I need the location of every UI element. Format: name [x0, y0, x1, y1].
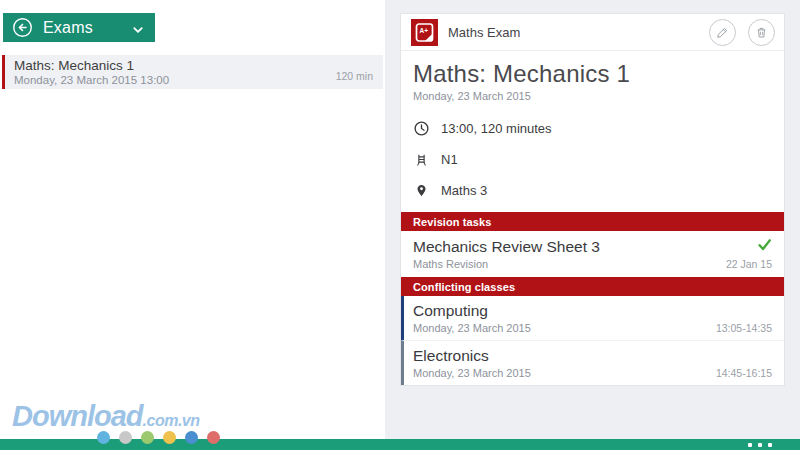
ellipsis-more-icon	[768, 443, 772, 447]
watermark-dot-green	[141, 431, 154, 444]
revision-tasks-banner: Revision tasks	[401, 212, 784, 231]
seat-icon	[413, 151, 430, 168]
conflict-date: Monday, 23 March 2015	[413, 367, 716, 379]
exam-type-icon: A+	[411, 19, 438, 46]
detail-date: Monday, 23 March 2015	[413, 90, 772, 102]
revision-task-row[interactable]: Mechanics Review Sheet 3 Maths Revision …	[401, 231, 784, 277]
watermark-dot-darkblue	[185, 431, 198, 444]
ellipsis-more-icon	[758, 443, 762, 447]
detail-title: Maths: Mechanics 1	[413, 60, 772, 88]
room-info-row: Maths 3	[401, 175, 784, 206]
conflict-text: Electronics Monday, 23 March 2015	[413, 346, 716, 379]
back-button[interactable]	[12, 17, 33, 38]
time-info-row: 13:00, 120 minutes	[401, 113, 784, 144]
exam-item-datetime: Monday, 23 March 2015 13:00	[14, 74, 336, 87]
watermark-dot-yellow	[163, 431, 176, 444]
svg-text:A+: A+	[420, 27, 429, 34]
task-text: Mechanics Review Sheet 3 Maths Revision	[413, 237, 726, 270]
delete-button[interactable]	[748, 19, 775, 46]
panel-title: Exams	[43, 19, 122, 37]
chevron-down-icon[interactable]	[132, 22, 144, 34]
seat-info-row: N1	[401, 144, 784, 175]
watermark-dot-red	[207, 431, 220, 444]
exam-item-text: Maths: Mechanics 1 Monday, 23 March 2015…	[14, 58, 336, 87]
exam-item-duration: 120 min	[336, 70, 373, 82]
task-date: 22 Jan 15	[726, 258, 772, 270]
exams-header: Exams	[3, 13, 155, 42]
checkmark-icon	[757, 237, 772, 252]
conflict-time: 13:05-14:35	[716, 322, 772, 334]
edit-button[interactable]	[709, 19, 736, 46]
conflicting-classes-banner: Conflicting classes	[401, 277, 784, 296]
clock-icon	[413, 120, 430, 137]
conflict-text: Computing Monday, 23 March 2015	[413, 301, 716, 334]
trash-icon	[754, 25, 769, 40]
location-pin-icon	[413, 182, 430, 199]
detail-info-rows: 13:00, 120 minutes N1	[401, 109, 784, 212]
exam-list-item[interactable]: Maths: Mechanics 1 Monday, 23 March 2015…	[2, 55, 383, 89]
exam-detail-card: A+ Maths Exam Maths: Mechanics	[400, 13, 785, 386]
conflict-title: Computing	[413, 301, 716, 320]
seat-info-text: N1	[441, 152, 458, 167]
pencil-icon	[715, 25, 730, 40]
task-title: Mechanics Review Sheet 3	[413, 237, 726, 256]
task-subtitle: Maths Revision	[413, 258, 726, 270]
exam-type-label: Maths Exam	[448, 25, 699, 40]
back-arrow-icon	[12, 17, 33, 38]
time-info-text: 13:00, 120 minutes	[441, 121, 552, 136]
exam-detail-panel: A+ Maths Exam Maths: Mechanics	[385, 0, 800, 450]
exams-list-panel: Exams Maths: Mechanics 1 Monday, 23 Marc…	[0, 0, 385, 450]
conflict-date: Monday, 23 March 2015	[413, 322, 716, 334]
conflict-time: 14:45-16:15	[716, 367, 772, 379]
watermark-dot-gray	[119, 431, 132, 444]
room-info-text: Maths 3	[441, 183, 487, 198]
conflict-class-row[interactable]: Computing Monday, 23 March 2015 13:05-14…	[401, 296, 784, 340]
ellipsis-more-icon	[748, 443, 752, 447]
conflict-title: Electronics	[413, 346, 716, 365]
detail-card-header: A+ Maths Exam	[401, 14, 784, 51]
watermark-dots	[97, 431, 220, 444]
watermark-dot-blue	[97, 431, 110, 444]
conflict-class-row[interactable]: Electronics Monday, 23 March 2015 14:45-…	[401, 340, 784, 385]
detail-title-block: Maths: Mechanics 1 Monday, 23 March 2015	[401, 51, 784, 109]
exam-item-title: Maths: Mechanics 1	[14, 58, 336, 74]
task-status: 22 Jan 15	[726, 237, 772, 270]
